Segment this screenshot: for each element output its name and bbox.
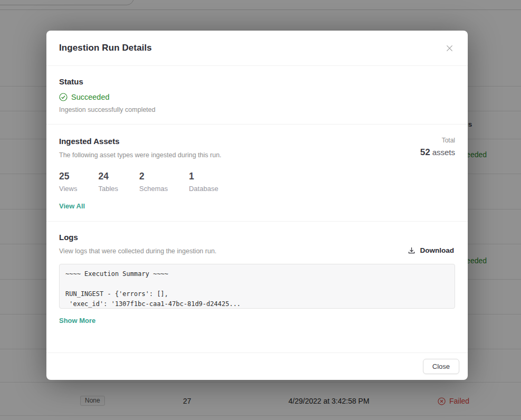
count-value: 24 — [98, 171, 118, 182]
asset-type-counts: 25 Views 24 Tables 2 Schemas 1 Database — [59, 171, 455, 193]
log-line: ~~~~ Execution Summary ~~~~ — [65, 269, 449, 279]
modal-footer: Close — [46, 352, 468, 380]
status-section-heading: Status — [59, 77, 455, 86]
count-label: Database — [189, 185, 218, 193]
log-output[interactable]: ~~~~ Execution Summary ~~~~ RUN_INGEST -… — [59, 264, 455, 309]
ingestion-run-details-modal: Ingestion Run Details Status Succeeded I… — [46, 31, 468, 380]
count-label: Views — [59, 185, 77, 193]
log-line: RUN_INGEST - {'errors': [], — [65, 289, 449, 299]
count-label: Schemas — [139, 185, 168, 193]
asset-count-tables: 24 Tables — [98, 171, 118, 193]
log-line: 'exec_id': '1307f1bc-caa1-47bc-81d9-d244… — [65, 299, 449, 309]
total-count: 52 — [420, 147, 430, 157]
status-description: Ingestion successfully completed — [59, 106, 455, 113]
modal-header: Ingestion Run Details — [46, 31, 468, 66]
close-button[interactable]: Close — [423, 359, 459, 374]
assets-total: Total 52assets — [420, 137, 455, 158]
assets-description: The following asset types were ingested … — [59, 151, 221, 159]
asset-count-views: 25 Views — [59, 171, 77, 193]
log-line — [65, 279, 449, 289]
download-icon — [408, 246, 416, 254]
asset-count-schemas: 2 Schemas — [139, 171, 168, 193]
download-label: Download — [420, 246, 455, 254]
check-circle-icon — [59, 93, 67, 101]
ingested-assets-section: Ingested Assets The following asset type… — [46, 125, 468, 222]
assets-section-heading: Ingested Assets — [59, 137, 221, 146]
logs-section: Logs View logs that were collected durin… — [46, 222, 468, 352]
total-unit: assets — [432, 148, 455, 157]
asset-count-database: 1 Database — [189, 171, 218, 193]
run-status: Succeeded — [59, 93, 455, 101]
run-status-label: Succeeded — [71, 93, 110, 101]
count-value: 1 — [189, 171, 218, 182]
view-all-link[interactable]: View All — [59, 202, 85, 210]
modal-title: Ingestion Run Details — [59, 43, 152, 53]
logs-description: View logs that were collected during the… — [59, 247, 217, 255]
status-section: Status Succeeded Ingestion successfully … — [46, 66, 468, 125]
count-value: 25 — [59, 171, 77, 182]
logs-section-heading: Logs — [59, 233, 217, 242]
count-label: Tables — [98, 185, 118, 193]
close-icon[interactable] — [444, 43, 455, 54]
show-more-link[interactable]: Show More — [59, 317, 95, 324]
download-button[interactable]: Download — [408, 246, 456, 255]
count-value: 2 — [139, 171, 168, 182]
total-label: Total — [420, 137, 455, 144]
